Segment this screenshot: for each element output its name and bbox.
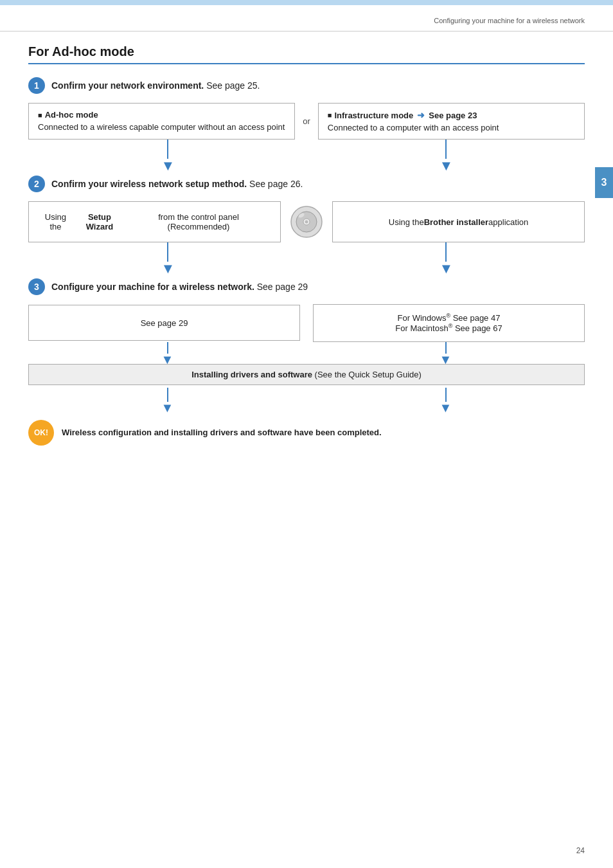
step-1-rest: See page 25. — [204, 80, 260, 91]
step-1-text: Confirm your network environment. See pa… — [51, 80, 260, 91]
infra-mode-box: Infrastructure mode ➜ See page 23 Connec… — [318, 103, 585, 140]
arrow-down-left-2: ▼ — [161, 260, 175, 277]
brother-pre: Using the — [389, 217, 424, 227]
step-2-bold: Confirm your wireless network setup meth… — [51, 179, 247, 189]
step-2-row: 2 Confirm your wireless network setup me… — [28, 176, 585, 192]
adhoc-box-header: Ad-hoc mode — [38, 110, 285, 120]
connector-4: ▼ ▼ — [28, 388, 585, 413]
arrow-down-right-3: ▼ — [440, 352, 452, 367]
infra-box-header-text: Infrastructure mode — [334, 111, 413, 120]
brother-installer-box: Using the Brother installer application — [332, 201, 585, 242]
arrow-down-right-4: ▼ — [440, 401, 452, 415]
install-bar-bold: Installing drivers and software — [191, 370, 312, 379]
cd-disc-icon — [290, 205, 323, 239]
step-2-text: Confirm your wireless network setup meth… — [51, 179, 303, 189]
step-1-bold: Confirm your network environment. — [51, 80, 204, 91]
svg-point-3 — [305, 221, 308, 224]
setup-wizard-bold: Setup Wizard — [73, 212, 126, 231]
step-2-circle: 2 — [28, 176, 45, 192]
arrow-down-left-1: ▼ — [161, 158, 175, 174]
adhoc-box-body: Connected to a wireless capable computer… — [38, 122, 285, 132]
arrow-down-left-3: ▼ — [161, 352, 174, 367]
or-label: or — [295, 103, 318, 140]
page-number: 24 — [576, 846, 585, 855]
connector-3: ▼ ▼ — [28, 342, 585, 361]
step-1-row: 1 Confirm your network environment. See … — [28, 77, 585, 94]
connector-1: ▼ ▼ — [28, 140, 585, 172]
page-header: Configuring your machine for a wireless … — [0, 5, 613, 32]
arrow-down-right-2: ▼ — [440, 260, 454, 277]
adhoc-mode-box: Ad-hoc mode Connected to a wireless capa… — [28, 103, 295, 140]
line-right-4 — [445, 388, 447, 402]
top-bar — [0, 0, 613, 5]
header-text: Configuring your machine for a wireless … — [434, 17, 585, 24]
infra-box-page-ref: See page 23 — [429, 111, 477, 120]
step-2-rest: See page 26. — [247, 179, 303, 189]
brother-bold: Brother installer — [424, 217, 488, 227]
ok-row: OK! Wireless configuration and installin… — [28, 420, 585, 446]
config-right-line1-pre: For Windows — [398, 313, 447, 323]
brother-post: application — [488, 217, 528, 227]
method-boxes-row: Using the Setup Wizard from the control … — [28, 201, 585, 242]
config-left-box: See page 29 — [28, 305, 300, 341]
chapter-tab: 3 — [595, 167, 613, 198]
step-3-text: Configure your machine for a wireless ne… — [51, 282, 308, 292]
line-right-1 — [445, 140, 447, 159]
config-right-line2-post: See page 67 — [452, 324, 502, 334]
config-right-line2-pre: For Macintosh — [395, 324, 448, 334]
arrow-down-right-1: ▼ — [440, 158, 454, 174]
setup-wizard-pre: Using the — [38, 212, 73, 231]
config-right-line1-post: See page 47 — [450, 313, 500, 323]
connector-2: ▼ ▼ — [28, 242, 585, 275]
arrow-down-left-4: ▼ — [161, 401, 174, 415]
step-1-circle: 1 — [28, 77, 45, 94]
mode-boxes-row: Ad-hoc mode Connected to a wireless capa… — [28, 103, 585, 140]
cd-icon-container — [281, 205, 332, 239]
line-left-1 — [167, 140, 168, 159]
ok-text: Wireless configuration and installing dr… — [62, 428, 382, 437]
setup-wizard-box: Using the Setup Wizard from the control … — [28, 201, 281, 242]
config-right-box: For Windows® See page 47 For Macintosh® … — [313, 304, 585, 342]
line-left-4 — [167, 388, 168, 402]
step-3-circle: 3 — [28, 278, 45, 295]
install-bar-rest: (See the Quick Setup Guide) — [312, 370, 422, 379]
install-bar: Installing drivers and software (See the… — [28, 364, 585, 385]
section-title: For Ad-hoc mode — [28, 44, 585, 64]
line-left-2 — [167, 242, 168, 262]
config-boxes-row: See page 29 For Windows® See page 47 For… — [28, 304, 585, 342]
infra-arrow-icon: ➜ — [417, 110, 425, 120]
infra-box-body: Connected to a computer with an access p… — [328, 123, 575, 132]
step-3-rest: See page 29 — [254, 282, 308, 292]
setup-wizard-post: from the control panel (Recommended) — [126, 212, 271, 231]
ok-badge: OK! — [28, 420, 54, 446]
line-right-2 — [445, 242, 447, 262]
infra-box-header: Infrastructure mode ➜ See page 23 — [328, 110, 575, 120]
step-3-row: 3 Configure your machine for a wireless … — [28, 278, 585, 295]
step-3-bold: Configure your machine for a wireless ne… — [51, 282, 254, 292]
